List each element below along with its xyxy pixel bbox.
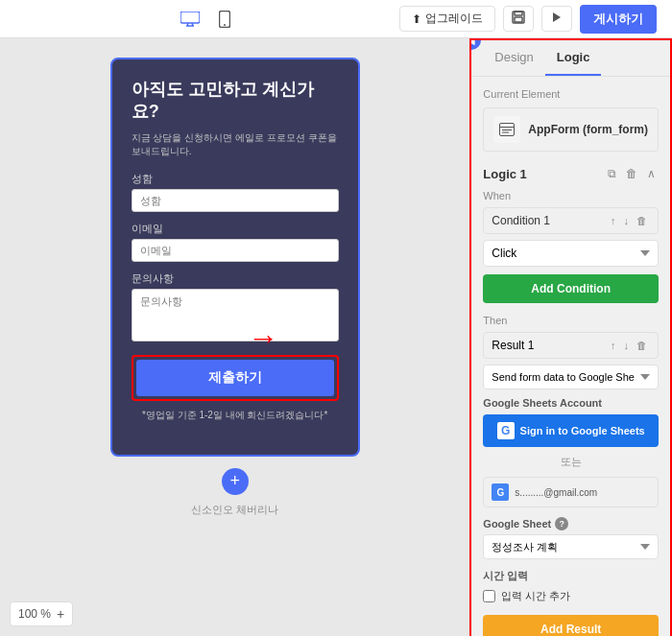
add-element-button[interactable]: + — [222, 468, 249, 495]
canvas-area: 아직도 고민하고 계신가요? 지금 상담을 신청하시면 에일로 프로모션 쿠폰을… — [0, 38, 469, 636]
right-panel: ◀ Design Logic Current Element — [469, 38, 672, 636]
toolbar: ⬆ 업그레이드 게시하기 — [0, 0, 672, 38]
condition-down-button[interactable]: ↓ — [621, 214, 633, 227]
upgrade-label: 업그레이드 — [425, 11, 483, 27]
condition-row: Condition 1 ↑ ↓ 🗑 — [483, 207, 659, 234]
existing-account-icon: G — [492, 483, 509, 501]
mobile-icon[interactable] — [213, 8, 236, 31]
element-icon — [493, 116, 520, 143]
google-sheets-account-label: Google Sheets Account — [483, 397, 659, 409]
existing-account-text: s.........@gmail.com — [515, 487, 597, 498]
logic-actions: ⧉ 🗑 ∧ — [605, 165, 659, 182]
help-icon[interactable]: ? — [555, 517, 568, 530]
form-preview: 아직도 고민하고 계신가요? 지금 상담을 신청하시면 에일로 프로모션 쿠폰을… — [110, 58, 360, 457]
form-field-email: 이메일 — [132, 222, 339, 262]
form-field-inquiry: 문의사항 — [132, 271, 339, 345]
tab-logic[interactable]: Logic — [545, 40, 602, 76]
save-button[interactable] — [503, 6, 534, 32]
condition-delete-button[interactable]: 🗑 — [634, 214, 650, 227]
result-row-actions: ↑ ↓ 🗑 — [608, 339, 650, 352]
form-note: *영업일 기준 1-2일 내에 회신드려겠습니다* — [132, 409, 339, 422]
google-sheet-label: Google Sheet — [483, 518, 551, 530]
field-label-email: 이메일 — [132, 222, 339, 236]
field-label-name: 성함 — [132, 172, 339, 186]
device-switcher — [179, 8, 236, 31]
upgrade-button[interactable]: ⬆ 업그레이드 — [399, 6, 495, 32]
field-textarea-inquiry[interactable] — [132, 289, 339, 342]
field-label-inquiry: 문의사항 — [132, 271, 339, 286]
field-input-name[interactable] — [132, 189, 339, 212]
result-action-select[interactable]: Send form data to Google She — [483, 365, 659, 389]
red-arrow: → — [248, 319, 278, 355]
sheet-select[interactable]: 정성조사 계획 — [483, 534, 659, 559]
logic-collapse-button[interactable]: ∧ — [644, 165, 659, 182]
form-subtitle: 지금 상담을 신청하시면 에일로 프로모션 쿠폰을 보내드립니다. — [132, 131, 339, 158]
main-area: 아직도 고민하고 계신가요? 지금 상담을 신청하시면 에일로 프로모션 쿠폰을… — [0, 38, 672, 636]
result-row: Result 1 ↑ ↓ 🗑 — [483, 332, 659, 359]
logic-title: Logic 1 — [483, 167, 527, 181]
form-field-name: 성함 — [132, 172, 339, 212]
svg-rect-7 — [515, 12, 522, 15]
add-result-button[interactable]: Add Result — [483, 615, 659, 636]
svg-marker-9 — [553, 12, 561, 22]
logic-copy-button[interactable]: ⧉ — [605, 165, 619, 182]
time-section-label: 시간 입력 — [483, 569, 659, 583]
canvas-bottom-text: 신소인오 체버리나 — [191, 503, 278, 517]
sign-in-label: Sign in to Google Sheets — [520, 425, 645, 436]
condition-row-actions: ↑ ↓ 🗑 — [608, 214, 650, 227]
upgrade-icon: ⬆ — [412, 12, 421, 26]
result-down-button[interactable]: ↓ — [621, 339, 633, 352]
logic-delete-button[interactable]: 🗑 — [623, 165, 640, 182]
current-element-box: AppForm (form_form) — [483, 107, 659, 152]
existing-account-row[interactable]: G s.........@gmail.com — [483, 477, 659, 507]
tab-design[interactable]: Design — [483, 40, 544, 76]
zoom-control: 100 % + — [10, 601, 73, 626]
add-result-label: Add Result — [540, 623, 601, 636]
desktop-icon[interactable] — [179, 8, 202, 31]
publish-label: 게시하기 — [593, 12, 643, 26]
svg-rect-8 — [515, 17, 522, 22]
google-sheet-label-row: Google Sheet ? — [483, 517, 659, 530]
submit-button-label: 제출하기 — [208, 369, 262, 385]
zoom-add-button[interactable]: + — [57, 606, 64, 622]
or-divider: 또는 — [483, 455, 659, 469]
result-label: Result 1 — [492, 339, 534, 352]
field-input-email[interactable] — [132, 239, 339, 262]
panel-content: Current Element AppForm (form_form) — [471, 77, 670, 636]
condition-select[interactable]: Click — [483, 240, 659, 267]
current-element-label: Current Element — [483, 88, 659, 100]
then-label: Then — [483, 315, 659, 326]
result-delete-button[interactable]: 🗑 — [634, 339, 650, 352]
zoom-value: 100 % — [18, 607, 51, 621]
play-button[interactable] — [541, 6, 572, 32]
submit-button[interactable]: 제출하기 — [136, 360, 334, 396]
sign-in-google-button[interactable]: G Sign in to Google Sheets — [483, 414, 659, 447]
condition-up-button[interactable]: ↑ — [608, 214, 619, 227]
svg-rect-0 — [180, 12, 200, 23]
time-checkbox[interactable] — [483, 590, 495, 602]
result-up-button[interactable]: ↑ — [608, 339, 619, 352]
panel-tabs: Design Logic — [471, 40, 670, 77]
svg-point-5 — [224, 24, 226, 26]
logic-section-header: Logic 1 ⧉ 🗑 ∧ — [483, 165, 659, 182]
panel-outer: ◀ Design Logic Current Element — [469, 38, 672, 636]
toolbar-right: ⬆ 업그레이드 게시하기 — [399, 5, 657, 34]
time-checkbox-label: 입력 시간 추가 — [501, 589, 570, 603]
form-title: 아직도 고민하고 계신가요? — [132, 79, 339, 124]
submit-button-wrapper: 제출하기 — [132, 355, 339, 401]
google-icon: G — [497, 422, 515, 439]
add-condition-label: Add Condition — [531, 282, 611, 295]
element-name: AppForm (form_form) — [528, 123, 648, 136]
condition-label: Condition 1 — [492, 214, 550, 227]
add-condition-button[interactable]: Add Condition — [483, 274, 659, 303]
publish-button[interactable]: 게시하기 — [580, 5, 657, 34]
time-checkbox-row: 입력 시간 추가 — [483, 589, 659, 603]
when-label: When — [483, 190, 659, 201]
